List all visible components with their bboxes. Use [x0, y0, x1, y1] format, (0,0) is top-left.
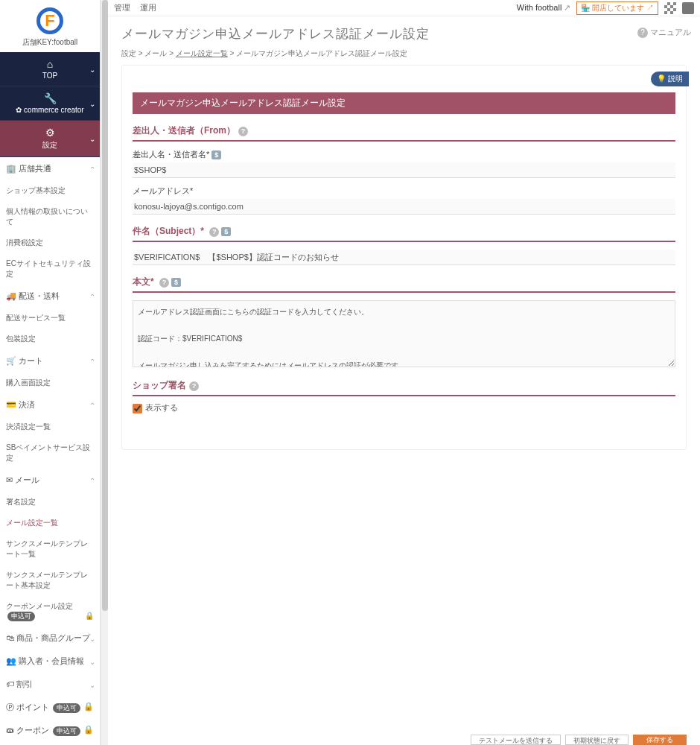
sidebar-scrollbar[interactable] — [101, 0, 108, 745]
info-icon[interactable]: ? — [159, 278, 169, 288]
chevron-up-icon: ⌃ — [89, 476, 95, 484]
var-tag-icon[interactable]: $ — [171, 278, 181, 287]
item-privacy[interactable]: 個人情報の取扱いについて — [0, 201, 100, 232]
badge-apply: 申込可 — [53, 703, 80, 713]
group-review[interactable]: 📝 レビュー⌄ — [0, 742, 100, 745]
home-icon: ⌂ — [4, 58, 95, 70]
chevron-down-icon: ⌄ — [89, 135, 95, 143]
chevron-down-icon: ⌄ — [89, 99, 95, 107]
reset-button[interactable]: 初期状態に戻す — [565, 735, 629, 745]
apps-grid-icon[interactable] — [664, 2, 676, 14]
item-mail-settings[interactable]: メール設定一覧 — [0, 513, 100, 533]
wrench-icon: 🔧 — [4, 92, 95, 104]
crumb-current: メールマガジン申込メールアドレス認証メール設定 — [236, 49, 407, 57]
nav-primary: ⌂ TOP ⌄ 🔧 ✿ commerce creator ⌄ ⚙ 設定 ⌄ — [0, 52, 100, 157]
item-coupon-mail[interactable]: クーポンメール設定 申込可🔒 — [0, 596, 100, 627]
info-icon[interactable]: ? — [189, 381, 199, 391]
nav-settings-label: 設定 — [42, 141, 57, 149]
label-sender-name: 差出人名・送信者名*$ — [133, 149, 675, 160]
group-discount[interactable]: 🏷 割引⌄ — [0, 673, 100, 696]
chevron-up-icon: ⌃ — [89, 357, 95, 365]
section-from: 差出人・送信者（From）? — [133, 124, 675, 142]
group-member[interactable]: 👥 購入者・会員情報⌄ — [0, 650, 100, 673]
save-button[interactable]: 保存する — [633, 735, 687, 745]
item-sbpay[interactable]: SBペイメントサービス設定 — [0, 437, 100, 469]
nav-top-label: TOP — [42, 72, 57, 80]
crumb-mail[interactable]: メール — [144, 49, 167, 57]
lock-icon: 🔒 — [83, 725, 94, 735]
group-common[interactable]: 🏢 店舗共通⌃ — [0, 157, 100, 180]
topbar: 管理 運用 With football ↗ 🏪 開店しています ↗ — [108, 0, 700, 16]
sidebar: 店舗KEY:football ⌂ TOP ⌄ 🔧 ✿ commerce crea… — [0, 0, 101, 745]
page-title: メールマガジン申込メールアドレス認証メール設定 — [121, 25, 687, 42]
input-subject[interactable] — [133, 250, 675, 265]
chevron-up-icon: ⌃ — [89, 292, 95, 300]
item-pack[interactable]: 包装設定 — [0, 329, 100, 349]
lock-icon: 🔒 — [83, 702, 94, 711]
info-icon[interactable]: ? — [209, 227, 219, 237]
chevron-down-icon: ⌄ — [89, 680, 95, 688]
nav-top[interactable]: ⌂ TOP ⌄ — [0, 52, 100, 86]
external-link-icon: ↗ — [564, 3, 570, 12]
gear-icon: ⚙ — [4, 127, 95, 139]
footer-actions: テストメールを送信する 初期状態に戻す 保存する — [108, 735, 700, 745]
page-header: メールマガジン申込メールアドレス認証メール設定 マニュアル — [108, 16, 700, 47]
shop-key-label: 店舗KEY:football — [0, 37, 100, 48]
sidebar-header: 店舗KEY:football — [0, 0, 100, 52]
manual-link[interactable]: マニュアル — [637, 27, 691, 38]
store-status-link[interactable]: 🏪 開店しています ↗ — [576, 1, 658, 15]
item-cart-screen[interactable]: 購入画面設定 — [0, 372, 100, 393]
main-content: 管理 運用 With football ↗ 🏪 開店しています ↗ メールマガジ… — [108, 0, 700, 745]
nav-settings[interactable]: ⚙ 設定 ⌄ — [0, 121, 100, 157]
item-thanks-basic[interactable]: サンクスメールテンプレート基本設定 — [0, 565, 100, 596]
group-mail[interactable]: ✉ メール⌃ — [0, 469, 100, 492]
help-tab[interactable]: 説明 — [651, 72, 689, 86]
breadcrumb: 設定 > メール > メール設定一覧 > メールマガジン申込メールアドレス認証メ… — [108, 47, 700, 65]
tab-admin[interactable]: 管理 — [114, 3, 130, 12]
item-ship-svc[interactable]: 配送サービス一覧 — [0, 308, 100, 329]
scrollbar-thumb[interactable] — [102, 0, 108, 611]
item-thanks-list[interactable]: サンクスメールテンプレート一覧 — [0, 533, 100, 565]
section-signature: ショップ署名? — [133, 379, 675, 396]
group-shipping[interactable]: 🚚 配送・送料⌃ — [0, 285, 100, 308]
with-football-link[interactable]: With football ↗ — [517, 3, 571, 13]
var-tag-icon[interactable]: $ — [211, 150, 221, 159]
crumb-settings[interactable]: 設定 — [121, 49, 136, 57]
section-subject: 件名（Subject）* ?$ — [133, 225, 675, 242]
item-ecsec[interactable]: ECサイトセキュリティ設定 — [0, 253, 100, 285]
info-icon[interactable]: ? — [238, 127, 248, 136]
input-email[interactable] — [133, 199, 675, 215]
item-shop-basic[interactable]: ショップ基本設定 — [0, 180, 100, 201]
group-payment[interactable]: 💳 決済⌃ — [0, 393, 100, 416]
chevron-down-icon: ⌄ — [89, 65, 95, 73]
user-menu-icon[interactable] — [682, 2, 694, 14]
item-tax[interactable]: 消費税設定 — [0, 232, 100, 253]
badge-apply: 申込可 — [53, 726, 80, 736]
nav-creator-label: commerce creator — [24, 106, 84, 114]
group-coupon[interactable]: 🎟 クーポン 申込可🔒 — [0, 719, 100, 742]
card-title-bar: メールマガジン申込メールアドレス認証メール設定 — [133, 92, 675, 114]
checkbox-show-signature-input[interactable] — [133, 404, 142, 413]
nav-creator[interactable]: 🔧 ✿ commerce creator ⌄ — [0, 86, 100, 121]
chevron-down-icon: ⌄ — [89, 657, 95, 665]
logo-icon — [36, 7, 63, 34]
input-sender-name[interactable] — [133, 162, 675, 178]
chevron-down-icon: ⌄ — [89, 634, 95, 642]
item-pay-list[interactable]: 決済設定一覧 — [0, 416, 100, 437]
item-signature[interactable]: 署名設定 — [0, 492, 100, 513]
test-mail-button[interactable]: テストメールを送信する — [471, 735, 561, 745]
group-cart[interactable]: 🛒 カート⌃ — [0, 349, 100, 372]
lock-icon: 🔒 — [85, 612, 94, 620]
crumb-mail-list[interactable]: メール設定一覧 — [176, 49, 228, 57]
chevron-up-icon: ⌃ — [89, 401, 95, 409]
settings-card: 説明 メールマガジン申込メールアドレス認証メール設定 差出人・送信者（From）… — [121, 65, 687, 450]
textarea-body[interactable] — [133, 300, 675, 367]
label-email: メールアドレス* — [133, 186, 675, 197]
badge-apply: 申込可 — [7, 612, 35, 621]
checkbox-show-signature[interactable]: 表示する — [133, 403, 178, 412]
chevron-up-icon: ⌃ — [89, 165, 95, 173]
group-point[interactable]: Ⓟ ポイント 申込可🔒 — [0, 696, 100, 719]
group-product[interactable]: 🛍 商品・商品グループ⌄ — [0, 627, 100, 650]
var-tag-icon[interactable]: $ — [221, 227, 231, 236]
tab-operate[interactable]: 運用 — [140, 3, 156, 12]
